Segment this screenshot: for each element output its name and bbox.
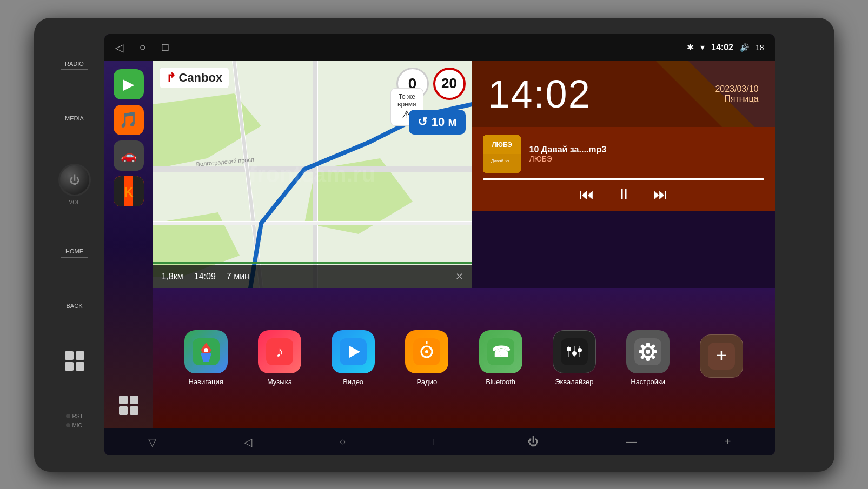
app-add-icon: + (700, 334, 743, 378)
svg-text:Давай за...: Давай за... (491, 158, 513, 163)
prev-track-button[interactable]: ⏮ (579, 185, 594, 203)
sidebar: ▶ 🎵 🚗 K (104, 61, 153, 428)
svg-rect-50 (653, 350, 657, 353)
svg-point-43 (578, 348, 582, 352)
app-navigation[interactable]: Навигация (184, 330, 228, 386)
app-radio-icon (405, 330, 448, 373)
clock-weekday: Пятница (715, 94, 758, 104)
canbox-logo: ↱ Canbox (160, 68, 229, 88)
bottom-circle-button[interactable]: ○ (329, 431, 357, 452)
left-panel: RADIO MEDIA VOL HOME BACK RST MIC (45, 39, 104, 450)
app-equalizer[interactable]: Эквалайзер (553, 330, 596, 386)
nav-instruction-text: 10 м (432, 115, 457, 129)
sidebar-app-carplay[interactable]: ▶ (114, 69, 144, 99)
bottom-navigation: ▽ ◁ ○ □ ⏻ — + (104, 428, 775, 455)
volume-level: 18 (756, 43, 764, 52)
rst-label: RST (66, 413, 83, 419)
status-time: 14:02 (711, 43, 733, 52)
back-button[interactable]: BACK (67, 303, 83, 309)
canbox-name: Canbox (179, 71, 223, 85)
app-settings-icon (626, 330, 670, 373)
pause-button[interactable]: ⏸ (616, 185, 631, 203)
app-bluetooth[interactable]: ☎ Bluetooth (479, 330, 522, 386)
wifi-status-icon: ▾ (700, 42, 705, 52)
rst-mic-area: RST MIC (66, 413, 83, 428)
clock-time: 14:02 (488, 72, 591, 116)
nav-instruction: ↺ 10 м (409, 110, 466, 135)
music-info: ЛЮБЭ Давай за... 10 Давай за....mp3 ЛЮБЭ (483, 135, 764, 173)
power-knob[interactable] (58, 164, 91, 196)
app-music[interactable]: ♪ Музыка (258, 330, 301, 386)
home-nav-button[interactable]: ○ (140, 41, 146, 53)
apps-grid-button[interactable] (65, 351, 84, 371)
back-nav-button[interactable]: ◁ (115, 41, 123, 54)
music-controls: ⏮ ⏸ ⏭ (483, 185, 764, 203)
svg-rect-1 (114, 176, 124, 206)
app-music-label: Музыка (267, 378, 292, 386)
svg-point-25 (204, 348, 208, 352)
app-add[interactable]: + (700, 334, 743, 382)
bottom-power-button[interactable]: ⏻ (517, 431, 549, 452)
clock-date-day: 2023/03/10 (715, 84, 758, 94)
map-close-button[interactable]: ✕ (455, 271, 463, 283)
music-progress-bar (483, 178, 764, 180)
right-panel: 14:02 2023/03/10 Пятница (472, 61, 775, 288)
bottom-home-button[interactable]: ◁ (233, 431, 263, 453)
bottom-back-button[interactable]: ▽ (137, 431, 167, 453)
music-text: 10 Давай за....mp3 ЛЮБЭ (529, 145, 764, 163)
mic-label: MIC (66, 423, 82, 428)
svg-text:♪: ♪ (276, 343, 283, 360)
bottom-plus-button[interactable]: + (714, 431, 742, 452)
app-bluetooth-icon: ☎ (479, 330, 522, 373)
app-video-label: Видео (343, 378, 363, 386)
svg-point-46 (646, 350, 650, 354)
sidebar-app-grid[interactable] (114, 390, 144, 420)
status-right: ✱ ▾ 14:02 🔊 18 (687, 42, 764, 52)
nav-buttons: ◁ ○ □ (115, 41, 169, 54)
main-screen: ◁ ○ □ ✱ ▾ 14:02 🔊 18 ▶ 🎵 🚗 (104, 34, 775, 455)
bottom-square-button[interactable]: □ (423, 431, 451, 452)
app-equalizer-label: Эквалайзер (555, 378, 593, 386)
svg-rect-49 (639, 350, 643, 353)
clock-date: 2023/03/10 Пятница (715, 84, 758, 104)
music-title: 10 Давай за....mp3 (529, 145, 764, 155)
app-settings[interactable]: Настройки (626, 330, 670, 386)
bluetooth-status-icon: ✱ (687, 42, 694, 52)
app-navigation-label: Навигация (189, 378, 223, 386)
app-radio[interactable]: Радио (405, 330, 448, 386)
app-maps-icon (184, 330, 228, 373)
app-video-icon (332, 330, 375, 373)
sidebar-app-kino[interactable]: K (114, 176, 144, 206)
svg-rect-47 (646, 343, 650, 347)
main-content: Волгоградский просп frontcam.ru ↱ Canbox… (153, 61, 775, 428)
recents-nav-button[interactable]: □ (162, 41, 169, 53)
bottom-minus-button[interactable]: — (615, 431, 648, 452)
svg-rect-48 (646, 357, 650, 361)
app-video[interactable]: Видео (332, 330, 375, 386)
svg-text:K: K (124, 185, 134, 199)
vol-label: VOL (69, 199, 79, 205)
map-duration: 7 мин (227, 272, 249, 282)
app-eq-icon (553, 330, 596, 373)
music-widget: ЛЮБЭ Давай за... 10 Давай за....mp3 ЛЮБЭ… (472, 127, 775, 211)
sidebar-app-car[interactable]: 🚗 (114, 140, 144, 171)
map-eta: 14:09 (194, 272, 216, 282)
next-track-button[interactable]: ⏭ (653, 185, 668, 203)
music-artist: ЛЮБЭ (529, 155, 764, 163)
svg-point-39 (567, 347, 571, 351)
home-button[interactable]: HOME (61, 248, 88, 260)
clock-widget: 14:02 2023/03/10 Пятница (472, 61, 775, 127)
sidebar-app-music[interactable]: 🎵 (114, 105, 144, 135)
app-music-icon: ♪ (258, 330, 301, 373)
app-settings-label: Настройки (631, 378, 665, 386)
svg-text:ЛЮБЭ: ЛЮБЭ (492, 141, 512, 149)
route-progress-bar (153, 262, 472, 264)
svg-text:☎: ☎ (491, 344, 510, 360)
map-widget[interactable]: Волгоградский просп frontcam.ru ↱ Canbox… (153, 61, 472, 288)
radio-button[interactable]: RADIO (61, 61, 88, 72)
svg-point-34 (425, 350, 428, 353)
app-radio-label: Радио (417, 378, 438, 386)
media-button[interactable]: MEDIA (65, 115, 84, 122)
svg-text:+: + (716, 345, 727, 365)
speed-limit: 20 (433, 68, 466, 100)
